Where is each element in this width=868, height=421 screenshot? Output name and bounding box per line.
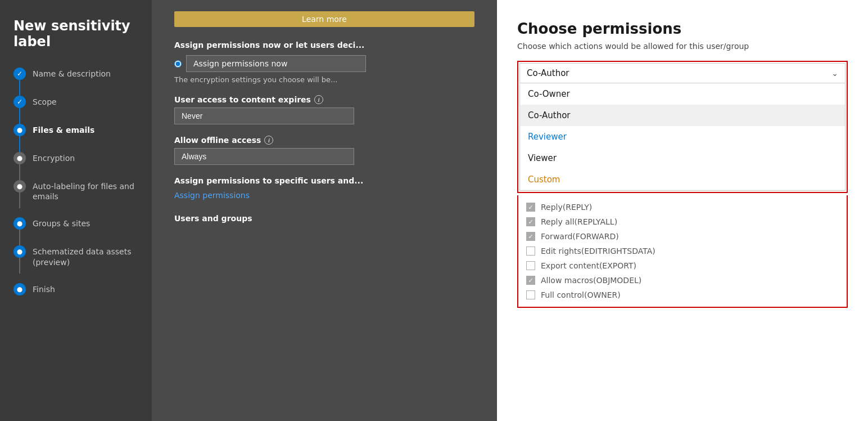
perm-reply-checkbox[interactable] xyxy=(526,203,535,212)
perm-replyall: Reply all(REPLYALL) xyxy=(518,214,847,229)
assign-permissions-link[interactable]: Assign permissions xyxy=(174,191,250,200)
option-co-author[interactable]: Co-Author xyxy=(520,105,845,126)
chevron-down-icon: ⌄ xyxy=(831,69,838,78)
perm-fullcontrol-checkbox[interactable] xyxy=(526,290,535,299)
assign-now-option[interactable]: Assign permissions now xyxy=(174,55,474,72)
offline-access-input[interactable] xyxy=(174,148,354,165)
option-reviewer[interactable]: Reviewer xyxy=(520,126,845,147)
perm-replyall-checkbox[interactable] xyxy=(526,217,535,226)
perm-editrights: Edit rights(EDITRIGHTSDATA) xyxy=(518,244,847,258)
perm-macros-checkbox[interactable] xyxy=(526,276,535,285)
step-connector: ● xyxy=(13,180,26,208)
step-item-groups: ● Groups & sites xyxy=(13,217,138,245)
panel-title: Choose permissions xyxy=(517,20,848,37)
step-label-finish: Finish xyxy=(33,283,55,310)
page-title: New sensitivity label xyxy=(13,18,138,50)
step-circle-encryption: ● xyxy=(13,152,26,164)
perm-fullcontrol-label: Full control(OWNER) xyxy=(541,290,621,299)
step-item-name: ✓ Name & description xyxy=(13,68,138,96)
perm-macros-label: Allow macros(OBJMODEL) xyxy=(541,276,641,285)
step-line xyxy=(19,80,20,96)
perm-forward: Forward(FORWARD) xyxy=(518,229,847,244)
user-access-group: User access to content expires i xyxy=(174,95,474,124)
step-connector: ● xyxy=(13,245,26,274)
step-label-encryption: Encryption xyxy=(33,152,75,179)
step-item-scope: ✓ Scope xyxy=(13,96,138,124)
step-line xyxy=(19,230,20,245)
offline-access-group: Allow offline access i xyxy=(174,136,474,165)
step-connector: ● xyxy=(13,124,26,152)
step-line xyxy=(19,192,20,208)
offline-access-label: Allow offline access i xyxy=(174,136,474,145)
step-line xyxy=(19,136,20,152)
panel-subtitle: Choose which actions would be allowed fo… xyxy=(517,42,848,51)
step-circle-schematized: ● xyxy=(13,245,26,258)
step-item-finish: ● Finish xyxy=(13,283,138,310)
step-connector: ✓ xyxy=(13,96,26,124)
perm-replyall-label: Reply all(REPLYALL) xyxy=(541,217,617,226)
step-connector: ✓ xyxy=(13,68,26,96)
perm-editrights-checkbox[interactable] xyxy=(526,247,535,256)
specific-users-label: Assign permissions to specific users and… xyxy=(174,176,474,185)
step-line xyxy=(19,164,20,180)
step-item-encryption: ● Encryption xyxy=(13,152,138,180)
permissions-dropdown-container: Co-Author ⌄ Co-Owner Co-Author Reviewer … xyxy=(517,61,848,193)
step-connector: ● xyxy=(13,217,26,245)
step-line xyxy=(19,108,20,124)
user-access-label: User access to content expires i xyxy=(174,95,474,104)
step-circle-name: ✓ xyxy=(13,68,26,80)
step-connector: ● xyxy=(13,152,26,180)
perm-editrights-label: Edit rights(EDITRIGHTSDATA) xyxy=(541,247,655,256)
step-circle-finish: ● xyxy=(13,283,26,295)
step-item-schematized: ● Schematized data assets (preview) xyxy=(13,245,138,283)
perm-reply-label: Reply(REPLY) xyxy=(541,203,592,212)
step-circle-scope: ✓ xyxy=(13,96,26,108)
option-custom[interactable]: Custom xyxy=(520,169,845,190)
assign-section-label: Assign permissions now or let users deci… xyxy=(174,41,474,50)
perm-forward-label: Forward(FORWARD) xyxy=(541,232,619,241)
step-label-files: Files & emails xyxy=(33,124,94,151)
right-panel: Choose permissions Choose which actions … xyxy=(497,0,868,421)
perm-reply: Reply(REPLY) xyxy=(518,200,847,214)
step-label-autolabeling: Auto-labeling for files and emails xyxy=(33,180,138,217)
step-line xyxy=(19,258,20,274)
specific-users-group: Assign permissions to specific users and… xyxy=(174,176,474,200)
permissions-section: Reply(REPLY) Reply all(REPLYALL) Forward… xyxy=(517,195,848,308)
assign-section: Assign permissions now or let users deci… xyxy=(174,41,474,84)
permissions-dropdown[interactable]: Co-Author ⌄ xyxy=(519,63,846,83)
step-list: ✓ Name & description ✓ Scope ● Files & e… xyxy=(13,68,138,310)
learn-more-bar[interactable]: Learn more xyxy=(174,11,474,27)
step-label-scope: Scope xyxy=(33,96,57,123)
step-connector: ● xyxy=(13,283,26,295)
main-content: Learn more Assign permissions now or let… xyxy=(152,0,497,421)
assign-now-radio[interactable] xyxy=(174,60,182,68)
perm-export-label: Export content(EXPORT) xyxy=(541,261,636,270)
dropdown-list: Co-Owner Co-Author Reviewer Viewer Custo… xyxy=(519,83,846,191)
step-item-files: ● Files & emails xyxy=(13,124,138,152)
perm-forward-checkbox[interactable] xyxy=(526,232,535,241)
user-access-input[interactable] xyxy=(174,108,354,124)
users-groups-label: Users and groups xyxy=(174,214,474,223)
step-circle-groups: ● xyxy=(13,217,26,230)
dropdown-selected-value: Co-Author xyxy=(527,68,569,78)
step-label-name: Name & description xyxy=(33,68,111,95)
step-label-schematized: Schematized data assets (preview) xyxy=(33,245,138,283)
perm-export-checkbox[interactable] xyxy=(526,261,535,270)
option-viewer[interactable]: Viewer xyxy=(520,147,845,169)
sidebar: New sensitivity label ✓ Name & descripti… xyxy=(0,0,152,421)
step-circle-autolabeling: ● xyxy=(13,180,26,192)
step-circle-files: ● xyxy=(13,124,26,136)
user-access-info-icon[interactable]: i xyxy=(314,95,323,104)
perm-export: Export content(EXPORT) xyxy=(518,258,847,273)
assign-now-label[interactable]: Assign permissions now xyxy=(186,55,366,72)
perm-macros: Allow macros(OBJMODEL) xyxy=(518,273,847,288)
assign-helper-text: The encryption settings you choose will … xyxy=(174,75,474,84)
step-label-groups: Groups & sites xyxy=(33,217,90,244)
option-co-owner[interactable]: Co-Owner xyxy=(520,83,845,105)
step-item-autolabeling: ● Auto-labeling for files and emails xyxy=(13,180,138,217)
perm-fullcontrol: Full control(OWNER) xyxy=(518,288,847,302)
offline-access-info-icon[interactable]: i xyxy=(264,136,273,145)
